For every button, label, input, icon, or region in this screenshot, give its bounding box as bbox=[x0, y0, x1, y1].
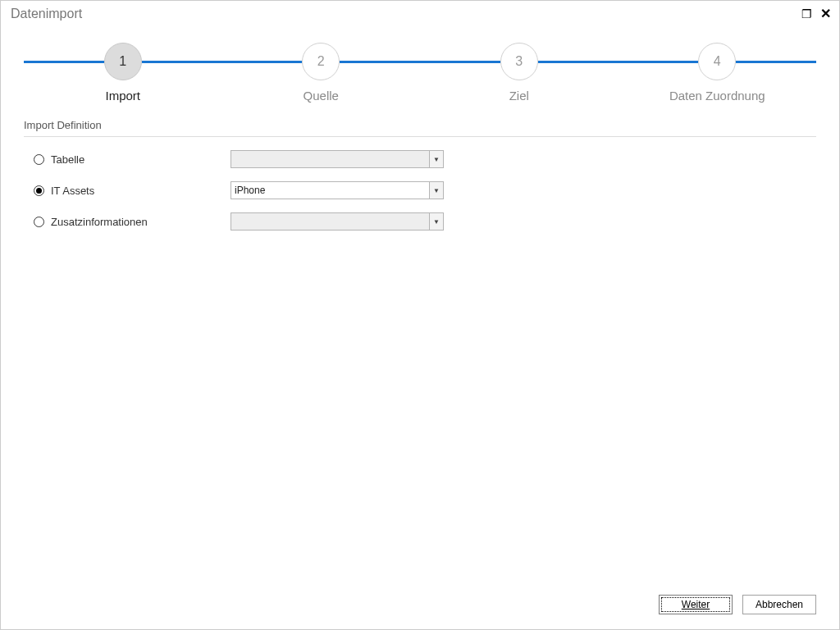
next-button-label: Weiter bbox=[682, 599, 710, 610]
step-3-label: Ziel bbox=[420, 89, 619, 103]
step-2-label: Quelle bbox=[222, 89, 421, 103]
row-zusatz: Zusatzinformationen ▼ bbox=[24, 212, 816, 231]
radio-tabelle[interactable] bbox=[34, 154, 44, 165]
step-4-circle[interactable]: 4 bbox=[698, 43, 736, 80]
chevron-down-icon[interactable]: ▼ bbox=[429, 151, 443, 167]
combo-zusatz[interactable]: ▼ bbox=[231, 212, 444, 231]
step-1-circle[interactable]: 1 bbox=[104, 43, 142, 80]
combo-itassets[interactable]: iPhone ▼ bbox=[231, 181, 444, 199]
combo-tabelle-value bbox=[231, 151, 429, 167]
radio-tabelle-label: Tabelle bbox=[51, 153, 84, 166]
chevron-down-icon[interactable]: ▼ bbox=[429, 182, 443, 199]
chevron-down-icon[interactable]: ▼ bbox=[429, 213, 443, 230]
radio-itassets[interactable] bbox=[34, 185, 44, 196]
row-itassets: IT Assets iPhone ▼ bbox=[24, 181, 816, 199]
wizard-step-labels: Import Quelle Ziel Daten Zuordnung bbox=[24, 89, 816, 103]
maximize-icon[interactable]: ❐ bbox=[801, 7, 812, 21]
step-2-num: 2 bbox=[317, 54, 325, 69]
row-tabelle: Tabelle ▼ bbox=[24, 150, 816, 168]
combo-itassets-value: iPhone bbox=[231, 182, 429, 199]
section-title: Import Definition bbox=[24, 119, 816, 137]
window-title: Datenimport bbox=[11, 7, 82, 21]
step-1-num: 1 bbox=[119, 54, 126, 69]
wizard-stepper: 1 2 3 4 bbox=[24, 43, 816, 80]
combo-tabelle[interactable]: ▼ bbox=[231, 150, 444, 168]
cancel-button[interactable]: Abbrechen bbox=[742, 595, 816, 614]
dialog-footer: Weiter Abbrechen bbox=[659, 595, 816, 614]
step-3-num: 3 bbox=[515, 54, 523, 69]
step-4-label: Daten Zuordnung bbox=[619, 89, 817, 103]
combo-zusatz-value bbox=[231, 213, 429, 230]
step-3-circle[interactable]: 3 bbox=[500, 43, 538, 80]
radio-zusatz-label: Zusatzinformationen bbox=[51, 216, 148, 228]
next-button[interactable]: Weiter bbox=[659, 595, 733, 614]
cancel-button-label: Abbrechen bbox=[756, 599, 803, 610]
window-controls: ❐ ✕ bbox=[801, 6, 831, 21]
radio-itassets-label: IT Assets bbox=[51, 185, 94, 197]
step-4-num: 4 bbox=[714, 54, 721, 69]
close-icon[interactable]: ✕ bbox=[820, 6, 831, 21]
step-1-label: Import bbox=[24, 89, 222, 103]
step-2-circle[interactable]: 2 bbox=[302, 43, 340, 80]
radio-zusatz[interactable] bbox=[34, 217, 44, 227]
titlebar: Datenimport ❐ ✕ bbox=[1, 1, 839, 25]
